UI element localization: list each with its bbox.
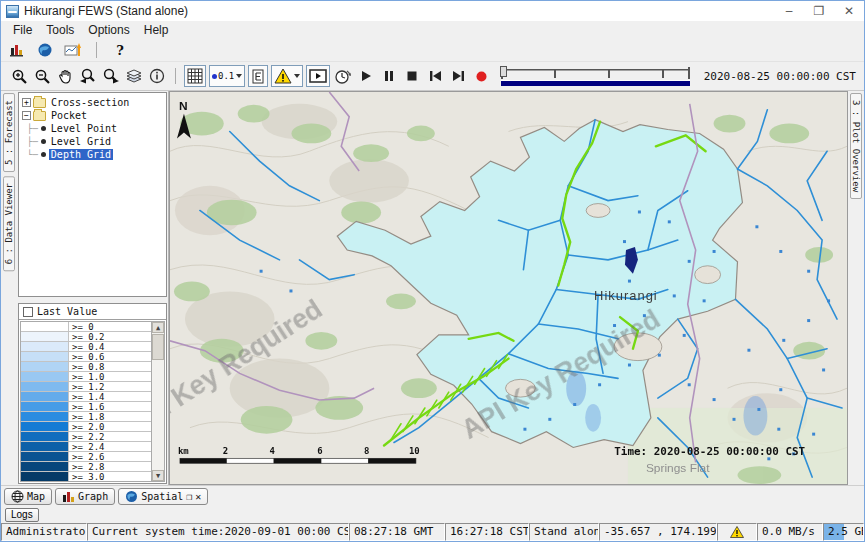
tab-forecast[interactable]: 5 : Forecast bbox=[3, 93, 15, 172]
play-button[interactable] bbox=[356, 65, 376, 87]
right-tab-strip: 3 : Plot Overview bbox=[848, 91, 864, 485]
tree-item-level-grid[interactable]: ├─Level Grid bbox=[20, 135, 165, 148]
legend-label: >= 1.4 bbox=[69, 392, 105, 401]
menu-item-tools[interactable]: Tools bbox=[40, 22, 80, 38]
grid-layer-button[interactable] bbox=[184, 65, 206, 87]
label-toggle-button[interactable] bbox=[248, 65, 268, 87]
help-button[interactable]: ? bbox=[110, 39, 130, 61]
legend-swatch bbox=[21, 462, 69, 471]
legend-table: >= 0>= 0.2>= 0.4>= 0.6>= 0.8>= 1.0>= 1.2… bbox=[21, 322, 151, 481]
animation-panel-button[interactable] bbox=[306, 65, 330, 87]
status-warning[interactable] bbox=[717, 523, 757, 541]
minimize-button[interactable]: – bbox=[774, 1, 804, 21]
pause-button[interactable] bbox=[379, 65, 399, 87]
status-download-rate: 0.0 MB/s bbox=[757, 523, 823, 541]
stop-button[interactable] bbox=[402, 65, 422, 87]
menu-item-help[interactable]: Help bbox=[138, 22, 175, 38]
legend-row: >= 2.2 bbox=[21, 432, 151, 442]
time-settings-icon[interactable] bbox=[333, 65, 353, 87]
main-toolbar: ? bbox=[1, 39, 864, 62]
menu-item-file[interactable]: File bbox=[7, 22, 38, 38]
current-datetime: 2020-08-25 00:00:00 CST bbox=[700, 70, 860, 83]
panel-splitter[interactable] bbox=[17, 298, 168, 302]
tree-connector: └─ bbox=[27, 150, 38, 160]
legend-label: >= 0 bbox=[69, 322, 94, 331]
toolbar-separator bbox=[175, 68, 176, 84]
scroll-up-icon[interactable]: ▲ bbox=[152, 322, 164, 333]
tree-item-depth-grid[interactable]: └─Depth Grid bbox=[20, 148, 165, 161]
last-value-checkbox[interactable] bbox=[23, 307, 33, 317]
zoom-previous-icon[interactable] bbox=[78, 65, 98, 87]
legend-label: >= 1.8 bbox=[69, 412, 105, 421]
title-bar: Hikurangi FEWS (Stand alone) – ❐ ✕ bbox=[1, 1, 864, 21]
locality-label: Springs Flat bbox=[646, 461, 710, 475]
legend-swatch bbox=[21, 342, 69, 351]
tree-item-pocket[interactable]: −Pocket bbox=[20, 109, 165, 122]
step-back-button[interactable] bbox=[425, 65, 445, 87]
map-time-label: Time: 2020-08-25 00:00:00 CST bbox=[614, 445, 805, 458]
expand-icon[interactable]: + bbox=[22, 98, 31, 107]
tab-data-viewer[interactable]: 6 : Data Viewer bbox=[3, 176, 15, 271]
map-canvas[interactable]: API Key Required API Key Required N Hiku… bbox=[169, 91, 848, 485]
point-threshold-dropdown[interactable]: 0.1 bbox=[209, 65, 245, 87]
legend-label: >= 0.8 bbox=[69, 362, 105, 371]
tab-spatial[interactable]: Spatial ❐ ✕ bbox=[118, 488, 208, 505]
legend-scrollbar[interactable]: ▲ ▼ bbox=[151, 322, 164, 481]
scroll-down-icon[interactable]: ▼ bbox=[152, 470, 164, 481]
warning-threshold-dropdown[interactable] bbox=[271, 65, 303, 87]
import-chart-icon[interactable] bbox=[63, 39, 83, 61]
layers-icon[interactable] bbox=[124, 65, 144, 87]
legend-swatch bbox=[21, 472, 69, 481]
legend-label: >= 3.0 bbox=[69, 472, 105, 481]
collapse-icon[interactable]: − bbox=[22, 111, 31, 120]
step-forward-button[interactable] bbox=[448, 65, 468, 87]
tree-item-label: Level Grid bbox=[49, 136, 113, 147]
bar-chart-icon bbox=[62, 490, 75, 503]
tab-plot-overview[interactable]: 3 : Plot Overview bbox=[850, 93, 862, 199]
status-user: Administrator bbox=[1, 523, 87, 541]
tree-item-label: Pocket bbox=[49, 110, 89, 121]
info-icon[interactable] bbox=[147, 65, 167, 87]
legend-swatch bbox=[21, 372, 69, 381]
logs-button[interactable]: Logs bbox=[5, 508, 39, 522]
chevron-down-icon bbox=[236, 74, 242, 78]
tree-connector: ├─ bbox=[27, 137, 38, 147]
time-slider[interactable] bbox=[500, 65, 690, 87]
record-button[interactable] bbox=[471, 65, 491, 87]
float-panel-icon[interactable]: ❐ bbox=[186, 491, 192, 502]
zoom-next-icon[interactable] bbox=[101, 65, 121, 87]
map-globe-icon[interactable] bbox=[35, 39, 55, 61]
legend-row: >= 2.0 bbox=[21, 422, 151, 432]
legend-row: >= 1.0 bbox=[21, 372, 151, 382]
pan-hand-icon[interactable] bbox=[55, 65, 75, 87]
zoom-in-icon[interactable] bbox=[9, 65, 29, 87]
legend-row: >= 3.0 bbox=[21, 472, 151, 481]
tab-map[interactable]: Map bbox=[4, 488, 52, 505]
status-mode: Stand alone bbox=[529, 523, 599, 541]
status-memory: 2.5 GB bbox=[823, 523, 864, 541]
legend-row: >= 0 bbox=[21, 322, 151, 332]
menu-item-options[interactable]: Options bbox=[82, 22, 135, 38]
tree-item-level-point[interactable]: ├─Level Point bbox=[20, 122, 165, 135]
slider-handle[interactable] bbox=[500, 66, 507, 77]
left-tab-strip: 5 : Forecast 6 : Data Viewer bbox=[1, 91, 17, 485]
legend-label: >= 2.0 bbox=[69, 422, 105, 431]
legend-label: >= 0.4 bbox=[69, 342, 105, 351]
node-bullet-icon bbox=[41, 126, 46, 131]
tree-item-cross-section[interactable]: +Cross-section bbox=[20, 96, 165, 109]
close-button[interactable]: ✕ bbox=[834, 1, 864, 21]
legend-label: >= 2.6 bbox=[69, 452, 105, 461]
town-label: Hikurangi bbox=[594, 288, 658, 303]
time-range-bar bbox=[501, 80, 689, 86]
maximize-button[interactable]: ❐ bbox=[804, 1, 834, 21]
folder-icon bbox=[33, 98, 46, 108]
scroll-thumb[interactable] bbox=[152, 334, 164, 360]
database-viewer-icon[interactable] bbox=[7, 39, 27, 61]
close-tab-icon[interactable]: ✕ bbox=[195, 491, 201, 502]
legend-row: >= 0.4 bbox=[21, 342, 151, 352]
zoom-out-icon[interactable] bbox=[32, 65, 52, 87]
tab-graph[interactable]: Graph bbox=[55, 488, 115, 505]
legend-row: >= 2.8 bbox=[21, 462, 151, 472]
tree-item-label: Level Point bbox=[49, 123, 119, 134]
legend-swatch bbox=[21, 392, 69, 401]
